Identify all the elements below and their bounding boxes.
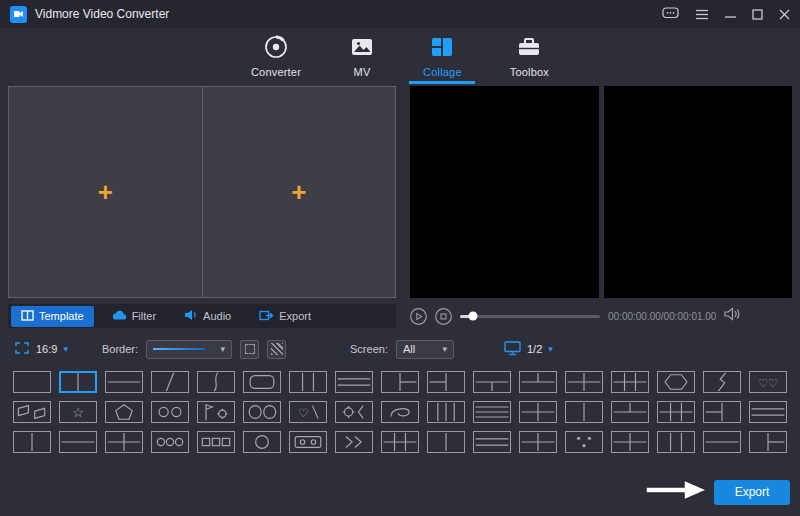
export-button[interactable]: Export xyxy=(714,480,790,505)
tab-collage[interactable]: Collage xyxy=(423,34,462,84)
screen-dropdown[interactable]: All ▾ xyxy=(396,340,454,359)
minimize-button[interactable] xyxy=(725,9,736,20)
svg-text:♡: ♡ xyxy=(298,406,309,420)
template-option-zigzag[interactable] xyxy=(703,371,741,393)
tab-toolbox-label: Toolbox xyxy=(510,66,549,78)
template-option-grid4[interactable] xyxy=(519,431,557,453)
editor-subtabs: Template Filter Audio Export xyxy=(8,304,396,328)
template-option-grid6[interactable] xyxy=(381,431,419,453)
add-video-icon: + xyxy=(291,179,306,205)
template-option-tape[interactable] xyxy=(289,431,327,453)
subtab-export[interactable]: Export xyxy=(249,306,321,326)
maximize-button[interactable] xyxy=(752,9,763,20)
border-style-dropdown[interactable]: ▾ xyxy=(146,340,232,359)
template-option-rounded[interactable] xyxy=(243,371,281,393)
chevron-down-icon: ▾ xyxy=(221,345,226,354)
seek-handle[interactable] xyxy=(468,312,477,321)
template-option-ffwd[interactable] xyxy=(335,431,373,453)
feedback-icon[interactable] xyxy=(662,7,679,21)
template-option-flaggear[interactable] xyxy=(197,401,235,423)
collage-slot-1[interactable]: + xyxy=(9,87,202,297)
subtab-audio[interactable]: Audio xyxy=(174,306,241,326)
page-indicator: 1/2 xyxy=(527,343,542,355)
play-button[interactable] xyxy=(410,308,427,325)
template-option-l2r1[interactable] xyxy=(427,371,465,393)
aspect-ratio-value: 16:9 xyxy=(36,343,57,355)
template-option-star[interactable]: ☆ xyxy=(59,401,97,423)
template-option-gearangle[interactable] xyxy=(335,401,373,423)
template-option-v2[interactable] xyxy=(427,431,465,453)
svg-text:♡♡: ♡♡ xyxy=(758,377,778,390)
template-option-v3[interactable] xyxy=(657,431,695,453)
template-icon xyxy=(21,309,34,324)
template-option-grid6[interactable] xyxy=(611,371,649,393)
titlebar: Vidmore Video Converter xyxy=(0,0,800,28)
stop-button[interactable] xyxy=(435,308,452,325)
page-control[interactable]: 1/2 ▾ xyxy=(504,341,553,358)
tab-toolbox[interactable]: Toolbox xyxy=(510,34,549,84)
seek-slider[interactable] xyxy=(460,315,600,318)
tab-converter[interactable]: Converter xyxy=(251,34,301,84)
add-video-icon: + xyxy=(98,179,113,205)
template-option-h2[interactable] xyxy=(703,431,741,453)
tab-mv[interactable]: MV xyxy=(349,34,375,84)
template-option-v3[interactable] xyxy=(289,371,327,393)
footer: Export xyxy=(644,477,790,507)
template-option-v2[interactable] xyxy=(59,371,97,393)
template-option-h2[interactable] xyxy=(59,431,97,453)
template-option-heartcut[interactable]: ♡ xyxy=(289,401,327,423)
menu-icon[interactable] xyxy=(695,9,709,20)
template-option-circle1[interactable] xyxy=(243,431,281,453)
template-option-hearts[interactable]: ♡♡ xyxy=(749,371,787,393)
border-dash-button[interactable] xyxy=(240,340,259,359)
chevron-down-icon: ▾ xyxy=(442,345,447,354)
subtab-filter[interactable]: Filter xyxy=(102,306,166,326)
template-option-h4[interactable] xyxy=(473,401,511,423)
converter-icon xyxy=(263,34,289,62)
app-window: Vidmore Video Converter Convert xyxy=(0,0,800,516)
volume-icon[interactable] xyxy=(724,307,742,325)
window-title: Vidmore Video Converter xyxy=(35,7,169,21)
collage-slot-2[interactable]: + xyxy=(202,87,396,297)
screen-value: All xyxy=(403,343,415,355)
time-display: 00:00:00.00/00:00:01.00 xyxy=(608,311,716,322)
template-option-t2b1[interactable] xyxy=(519,371,557,393)
template-option-curve[interactable] xyxy=(197,371,235,393)
template-option-banner[interactable] xyxy=(13,401,51,423)
template-option-v4[interactable] xyxy=(427,401,465,423)
template-option-grid4[interactable] xyxy=(519,401,557,423)
template-option-pentagon[interactable] xyxy=(105,401,143,423)
template-option-h3[interactable] xyxy=(335,371,373,393)
template-option-swirl[interactable] xyxy=(381,401,419,423)
template-option-h2[interactable] xyxy=(105,371,143,393)
template-option-grid4[interactable] xyxy=(611,431,649,453)
collage-toolbar: 16:9 ▾ Border: ▾ Screen: All ▾ 1/2 ▾ xyxy=(0,337,800,361)
border-color-button[interactable] xyxy=(267,340,286,359)
preview-panel-1 xyxy=(410,86,599,298)
template-option-l1r2[interactable] xyxy=(749,431,787,453)
aspect-ratio-icon xyxy=(14,341,30,357)
template-option-diag[interactable] xyxy=(151,371,189,393)
template-option-t1b2[interactable] xyxy=(473,371,511,393)
tab-mv-label: MV xyxy=(354,66,371,78)
template-option-hexagon[interactable] xyxy=(657,371,695,393)
aspect-ratio-control[interactable]: 16:9 ▾ xyxy=(14,341,68,357)
template-option-t2b1[interactable] xyxy=(611,401,649,423)
template-option-h3[interactable] xyxy=(749,401,787,423)
template-option-dots[interactable] xyxy=(565,431,603,453)
template-option-circles3[interactable] xyxy=(151,431,189,453)
template-option-oo[interactable] xyxy=(243,401,281,423)
template-option-grid6[interactable] xyxy=(657,401,695,423)
template-option-grid4[interactable] xyxy=(565,371,603,393)
template-option-l2r1[interactable] xyxy=(703,401,741,423)
template-option-circles2[interactable] xyxy=(151,401,189,423)
template-option-l1r2[interactable] xyxy=(381,371,419,393)
template-option-h3[interactable] xyxy=(473,431,511,453)
template-option-squares3[interactable] xyxy=(197,431,235,453)
close-button[interactable] xyxy=(779,9,790,20)
template-option-grid4[interactable] xyxy=(105,431,143,453)
subtab-template[interactable]: Template xyxy=(11,306,94,327)
template-option-v2[interactable] xyxy=(565,401,603,423)
template-option-v2[interactable] xyxy=(13,431,51,453)
template-option-blank[interactable] xyxy=(13,371,51,393)
